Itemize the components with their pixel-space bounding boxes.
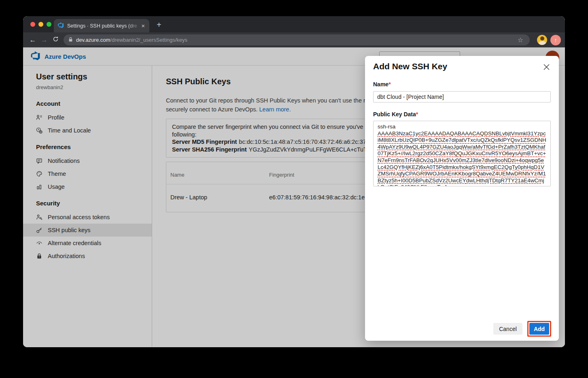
browser-window: Settings · SSH public keys (dre × + ← → …	[23, 16, 565, 347]
browser-tab[interactable]: Settings · SSH public keys (dre ×	[54, 19, 149, 32]
add-ssh-key-modal: Add New SSH Key Name* Public Key Data* s…	[365, 56, 559, 341]
modal-footer: Cancel Add	[493, 321, 551, 337]
add-button[interactable]: Add	[529, 323, 549, 335]
chrome-update-icon[interactable]: ↑	[550, 35, 561, 45]
browser-toolbar: ← → dev.azure.com/drewbanin2/_usersSetti…	[23, 32, 565, 47]
traffic-lights	[30, 22, 51, 27]
required-marker: *	[416, 111, 418, 117]
tab-strip: Settings · SSH public keys (dre × +	[23, 16, 565, 32]
forward-button[interactable]: →	[38, 36, 50, 44]
bookmark-star-icon[interactable]: ☆	[518, 36, 523, 44]
tab-close-icon[interactable]: ×	[140, 23, 146, 29]
minimize-window-button[interactable]	[38, 22, 43, 27]
new-tab-button[interactable]: +	[157, 20, 161, 30]
azure-devops-favicon-icon	[57, 22, 64, 30]
url-text: dev.azure.com/drewbanin2/_usersSettings/…	[76, 37, 518, 43]
public-key-field-label: Public Key Data*	[373, 111, 551, 117]
maximize-window-button[interactable]	[47, 22, 51, 27]
url-domain: dev.azure.com	[76, 37, 110, 43]
modal-title: Add New SSH Key	[373, 62, 551, 71]
tab-title: Settings · SSH public keys (dre	[67, 23, 140, 29]
url-path: /drewbanin2/_usersSettings/keys	[110, 37, 187, 43]
lock-icon	[68, 36, 73, 44]
required-marker: *	[388, 81, 391, 88]
back-button[interactable]: ←	[27, 36, 38, 44]
cancel-button[interactable]: Cancel	[493, 323, 522, 335]
key-value: AAAAB3NzaC1yc2EAAAADAQABAAACAQDSNBLvbjtV…	[378, 130, 546, 184]
key-prefix: ssh-rsa	[378, 124, 395, 130]
url-bar[interactable]: dev.azure.com/drewbanin2/_usersSettings/…	[64, 34, 530, 45]
browser-profile-avatar[interactable]	[537, 35, 547, 45]
public-key-textarea[interactable]: ssh-rsa AAAAB3NzaC1yc2EAAAADAQABAAACAQDS…	[373, 121, 551, 186]
name-input[interactable]	[373, 91, 551, 103]
reload-button[interactable]	[50, 36, 61, 44]
name-field-label: Name*	[373, 81, 551, 88]
add-button-highlight: Add	[527, 321, 551, 337]
page: Azure DevOps User settings drewbanin2 Ac…	[23, 47, 565, 347]
close-window-button[interactable]	[30, 22, 35, 27]
close-icon[interactable]	[542, 62, 551, 71]
